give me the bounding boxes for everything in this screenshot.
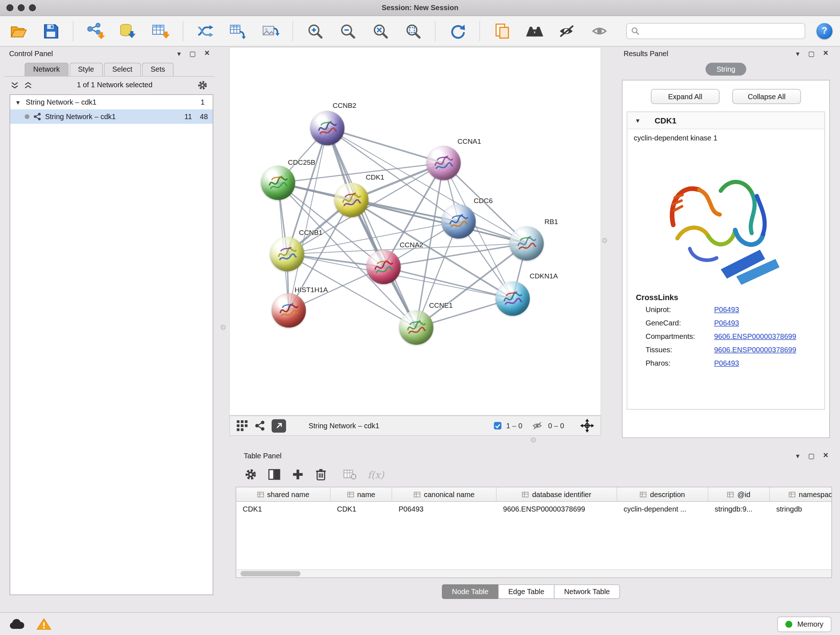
zoom-out-button[interactable] [337,20,358,42]
table-cell: CDK1 [236,502,331,516]
panel-menu-icon[interactable]: ▾ [796,452,799,459]
save-session-button[interactable] [40,20,62,42]
tab-string[interactable]: String [706,63,746,76]
close-panel-icon[interactable]: × [823,451,829,459]
section-expander-icon[interactable]: ▼ [635,117,641,124]
toolbar-separator [73,21,73,41]
column-header-namespace[interactable]: namespace [770,487,832,501]
column-header-shared-name[interactable]: shared name [236,487,331,501]
splitter-handle[interactable] [221,325,225,329]
network-edge[interactable] [327,128,444,163]
network-row[interactable]: String Network – cdk1 11 48 [10,109,213,124]
minimize-window-button[interactable] [18,4,25,11]
collapse-all-button[interactable]: Collapse All [732,89,801,104]
tab-network-table[interactable]: Network Table [554,584,620,599]
export-image-button[interactable] [260,20,281,42]
column-header-id[interactable]: @id [708,487,770,501]
hide-details-button[interactable] [557,20,578,42]
search-input[interactable] [643,27,800,35]
help-button[interactable]: ? [816,23,832,39]
column-header-canonical-name[interactable]: canonical name [392,487,497,501]
add-column-plus-icon[interactable] [292,468,305,481]
table-body: CDK1CDK1P064939606.ENSP00000378699cyclin… [236,502,831,516]
tab-network[interactable]: Network [25,63,68,76]
splitter-handle[interactable] [602,238,607,243]
import-network-button[interactable] [85,20,106,42]
cloud-icon[interactable] [9,618,25,630]
network-node-rb1[interactable] [509,226,544,261]
crosslink-value-link[interactable]: 9606.ENSP00000378699 [714,333,796,340]
expander-icon[interactable]: ▼ [15,99,22,105]
show-details-button[interactable] [589,20,611,42]
network-edge[interactable] [327,128,416,328]
collapse-all-chevrons-icon[interactable] [11,81,19,89]
table-settings-gear-icon[interactable] [244,468,257,481]
network-selection-status: 1 of 1 Network selected [32,81,197,89]
table-row[interactable]: CDK1CDK1P064939606.ENSP00000378699cyclin… [236,502,831,516]
tab-node-table[interactable]: Node Table [442,584,499,599]
crosslink-value-link[interactable]: 9606.ENSP00000378699 [714,346,796,354]
network-collection-row[interactable]: ▼ String Network – cdk1 1 [10,95,213,109]
tab-select[interactable]: Select [104,63,141,76]
network-node-cdkn1a[interactable] [496,281,530,316]
float-panel-icon[interactable]: ▢ [189,50,196,57]
birdseye-grid-icon[interactable] [236,420,248,432]
network-node-hist1h1a[interactable] [272,293,306,328]
annotation-button[interactable] [491,20,513,42]
network-node-ccnb1[interactable] [270,237,304,272]
network-node-ccne1[interactable] [399,310,433,345]
float-panel-icon[interactable]: ▢ [808,50,815,57]
network-node-cdc25b[interactable] [261,166,295,200]
crosslink-value-link[interactable]: P06493 [714,306,739,314]
network-overview-button[interactable] [524,20,545,42]
selected-count: 1 – 0 [506,422,522,430]
open-session-button[interactable] [8,20,29,42]
first-neighbors-button[interactable] [195,20,216,42]
close-panel-icon[interactable]: × [823,49,829,57]
network-edge[interactable] [289,128,327,310]
network-label: String Network – cdk1 [45,112,116,120]
expand-all-button[interactable]: Expand All [651,89,720,104]
tab-sets[interactable]: Sets [142,63,174,76]
crosslink-value-link[interactable]: P06493 [714,319,739,327]
network-node-cdc6[interactable] [441,204,476,239]
zoom-in-button[interactable] [304,20,325,42]
column-type-icon [347,491,354,498]
network-node-ccna1[interactable] [426,146,461,180]
memory-button[interactable]: Memory [777,616,831,632]
gear-icon[interactable] [197,80,208,90]
fit-content-crosshair-icon[interactable] [580,419,594,433]
network-type-icon[interactable] [254,420,265,431]
import-table-button[interactable] [150,20,172,42]
tab-style[interactable]: Style [69,63,103,76]
new-network-from-selection-button[interactable] [227,20,248,42]
import-database-button[interactable] [117,20,139,42]
network-canvas[interactable]: CCNB2CCNA1CDC25BCDK1CDC6RB1CCNB1CCNA2CDK… [229,47,601,415]
horizontal-scrollbar[interactable] [236,570,831,578]
network-node-ccnb2[interactable] [310,111,344,146]
zoom-fit-button[interactable] [370,20,391,42]
crosslink-value-link[interactable]: P06493 [714,359,739,367]
scrollbar-thumb[interactable] [240,571,301,576]
column-header-name[interactable]: name [331,487,392,501]
float-panel-icon[interactable]: ▢ [808,452,815,459]
panel-menu-icon[interactable]: ▾ [796,50,799,57]
tab-edge-table[interactable]: Edge Table [498,584,554,599]
select-columns-icon[interactable] [268,469,281,480]
splitter-handle[interactable] [531,437,536,442]
column-header-database-identifier[interactable]: database identifier [497,487,617,501]
network-node-cdk1[interactable] [334,183,369,217]
maximize-window-button[interactable] [29,4,36,11]
network-node-ccna2[interactable] [366,250,401,284]
zoom-selected-button[interactable] [402,20,424,42]
close-window-button[interactable] [6,4,13,11]
gene-section-header[interactable]: ▼ CDK1 [627,112,824,129]
close-panel-icon[interactable]: × [204,49,210,57]
column-header-description[interactable]: description [617,487,708,501]
expand-all-chevrons-icon[interactable] [24,81,32,89]
delete-column-trash-icon[interactable] [315,468,327,481]
warning-icon[interactable] [36,618,51,631]
open-in-new-window-button[interactable] [272,419,286,432]
panel-menu-icon[interactable]: ▾ [177,50,181,57]
refresh-button[interactable] [447,20,468,42]
